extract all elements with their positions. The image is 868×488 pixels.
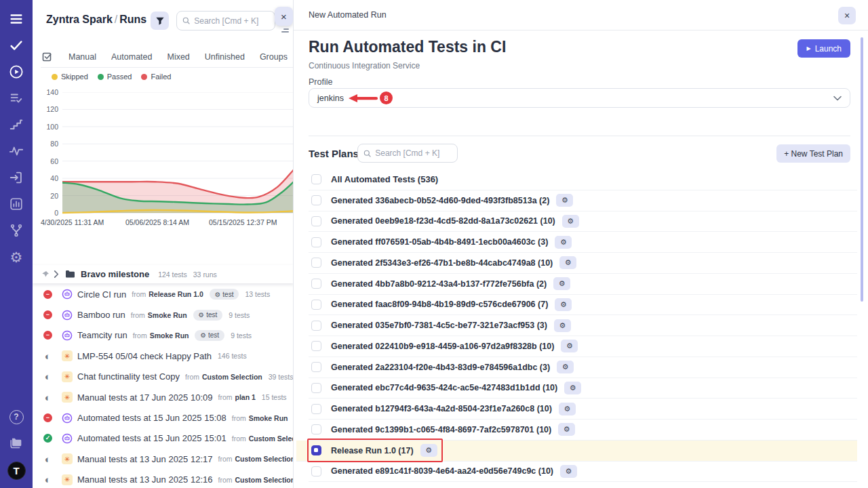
projects-folder-icon[interactable] — [8, 435, 24, 451]
chevron-right-icon[interactable] — [54, 270, 59, 278]
launch-button[interactable]: ▶ Launch — [797, 39, 850, 58]
plan-checkbox[interactable] — [311, 341, 321, 351]
milestone-row[interactable]: Bravo milestone 124 tests 33 runs — [33, 265, 294, 283]
test-plan-row[interactable]: Generated 035e7bf0-7381-4c5c-be77-321e73… — [309, 315, 857, 336]
plan-checkbox[interactable] — [311, 362, 321, 372]
test-plan-row[interactable]: Generated ff076591-05ab-4b4b-8491-1ecb00… — [309, 232, 857, 253]
plan-label: Generated 022410b9-e918-4459-a106-97d2a9… — [331, 342, 554, 351]
profile-select[interactable]: jenkins — [309, 88, 850, 108]
plan-label: Generated 336abecb-0b52-4d60-9ded-493f3f… — [331, 196, 549, 205]
plan-checkbox[interactable] — [311, 383, 321, 393]
filter-button[interactable] — [151, 12, 169, 30]
plan-checkbox[interactable] — [311, 279, 321, 289]
run-row[interactable]: ✓ Automated tests at 15 Jun 2025 15:01 f… — [33, 428, 294, 449]
test-plans-title: Test Plans — [309, 148, 359, 159]
launch-label: Launch — [815, 44, 842, 54]
plan-checkbox[interactable] — [311, 466, 321, 476]
test-plan-row[interactable]: Release Run 1.0 (17) ⚙ — [296, 441, 857, 462]
plan-settings-button[interactable]: ⚙ — [558, 423, 575, 436]
breadcrumb-project[interactable]: Zyntra Spark — [46, 14, 113, 25]
analytics-icon[interactable] — [8, 196, 24, 212]
menu-icon[interactable] — [8, 11, 24, 27]
modal-close-button[interactable]: × — [838, 7, 856, 24]
plan-settings-button[interactable]: ⚙ — [555, 236, 572, 249]
plan-settings-button[interactable]: ⚙ — [557, 361, 574, 373]
plan-checkbox[interactable] — [311, 174, 321, 184]
test-plan-row[interactable]: Generated faac8f09-94b8-4b19-89d9-c576cd… — [309, 295, 857, 316]
runs-search-input[interactable] — [194, 16, 269, 26]
runs-play-icon[interactable] — [8, 64, 24, 80]
manual-run-icon: ✳ — [62, 371, 73, 382]
settings-gear-icon[interactable]: ⚙ — [8, 249, 24, 265]
test-plans-search-input[interactable] — [375, 148, 452, 158]
run-status-icon: − — [43, 331, 52, 340]
plan-settings-button[interactable]: ⚙ — [561, 340, 578, 352]
plan-settings-button[interactable]: ⚙ — [559, 403, 576, 415]
tab-unfinished[interactable]: Unfinished — [205, 52, 245, 62]
plan-checkbox[interactable] — [311, 300, 321, 310]
plan-settings-button[interactable]: ⚙ — [559, 256, 576, 269]
tab-mixed[interactable]: Mixed — [167, 52, 189, 62]
help-icon[interactable]: ? — [8, 409, 24, 425]
tab-manual[interactable]: Manual — [68, 52, 96, 62]
page-title: Run Automated Tests in CI — [309, 38, 506, 56]
tasks-check-icon[interactable] — [8, 37, 24, 54]
select-all-icon[interactable] — [42, 52, 54, 63]
scrollbar-thumb[interactable] — [861, 37, 863, 302]
run-row[interactable]: ◐ ✳ Manual tests at 13 Jun 2025 12:16 fr… — [33, 470, 294, 488]
plan-settings-button[interactable]: ⚙ — [554, 319, 571, 332]
plan-settings-button[interactable]: ⚙ — [553, 277, 570, 290]
plan-settings-button[interactable]: ⚙ — [556, 194, 573, 207]
modal-title: New Automated Run — [309, 10, 387, 20]
plan-settings-button[interactable]: ⚙ — [564, 382, 581, 394]
play-icon: ▶ — [806, 45, 810, 52]
runs-search[interactable] — [176, 11, 275, 30]
plan-checkbox[interactable] — [311, 445, 321, 455]
test-plan-row[interactable]: All Automated Tests (536) — [309, 169, 857, 190]
legend-label: Passed — [107, 73, 132, 81]
test-plans-search[interactable] — [357, 144, 458, 163]
branches-icon[interactable] — [8, 222, 24, 239]
plan-settings-button[interactable]: ⚙ — [555, 298, 572, 311]
run-row[interactable]: − Bamboo run from Smoke Run ⚙test 9 test… — [33, 304, 294, 325]
run-row[interactable]: ◐ ✳ LMP-554 05/04 check Happy Path 146 t… — [33, 346, 294, 366]
test-plan-row[interactable]: Generated e891c41f-8039-4e64-aa24-e0d56e… — [309, 462, 857, 483]
run-row[interactable]: ◐ ✳ Manual tests at 13 Jun 2025 12:17 fr… — [33, 449, 294, 469]
run-row[interactable]: − Teamcity run from Smoke Run ⚙test 9 te… — [33, 325, 294, 346]
test-plan-row[interactable]: Generated b12794f3-643a-4a2d-8504-23f1e7… — [309, 399, 857, 420]
plan-settings-button[interactable]: ⚙ — [420, 444, 437, 457]
import-icon[interactable] — [8, 169, 24, 186]
run-row[interactable]: ◐ ✳ Manual tests at 17 Jun 2025 10:09 fr… — [33, 387, 294, 407]
checklist-icon[interactable] — [8, 90, 24, 106]
panel-close-button[interactable]: × — [275, 7, 293, 26]
panel-collapse-icon[interactable] — [281, 28, 290, 33]
plan-checkbox[interactable] — [311, 404, 321, 414]
test-plan-row[interactable]: Generated ebc77c4d-9635-424c-ac5e-427483… — [309, 378, 857, 399]
test-plan-row[interactable]: Generated 4bb7a8b0-9212-43a4-b137-f772fe… — [309, 274, 857, 295]
run-row[interactable]: ◐ ✳ Chat functinality test Copy from Cus… — [33, 367, 294, 387]
plan-checkbox[interactable] — [311, 237, 321, 247]
new-test-plan-button[interactable]: + New Test Plan — [776, 144, 850, 163]
run-row[interactable]: − Automated tests at 15 Jun 2025 15:08 f… — [33, 407, 294, 428]
plan-checkbox[interactable] — [311, 258, 321, 268]
y-tick-label: 140 — [33, 88, 58, 96]
tab-groups[interactable]: Groups — [260, 52, 288, 62]
steps-icon[interactable] — [8, 117, 24, 133]
test-plan-row[interactable]: Generated 2f5343e3-ef26-47b1-be8b-44cabc… — [309, 253, 857, 274]
tab-automated[interactable]: Automated — [111, 52, 152, 62]
plan-settings-button[interactable]: ⚙ — [562, 215, 579, 228]
test-plan-row[interactable]: Generated 2a223104-f20e-4b43-83d9-e78459… — [309, 357, 857, 378]
activity-icon[interactable] — [8, 143, 24, 159]
run-tests-count: 9 tests — [231, 331, 252, 340]
test-plan-row[interactable]: Generated 022410b9-e918-4459-a106-97d2a9… — [309, 336, 857, 357]
run-row[interactable]: − Circle CI run from Release Run 1.0 ⚙te… — [33, 284, 294, 304]
plan-checkbox[interactable] — [311, 321, 321, 331]
plan-checkbox[interactable] — [311, 216, 321, 226]
plan-settings-button[interactable]: ⚙ — [560, 465, 577, 478]
test-plan-row[interactable]: Generated 9c1399b1-c065-4f84-8697-7af2c5… — [309, 420, 857, 441]
plan-checkbox[interactable] — [311, 195, 321, 205]
test-plan-row[interactable]: Generated 0eeb9e18-f23d-4cd5-82dd-8a1a73… — [309, 211, 857, 232]
plan-checkbox[interactable] — [311, 424, 321, 434]
test-plan-row[interactable]: Generated 336abecb-0b52-4d60-9ded-493f3f… — [309, 190, 857, 211]
app-logo[interactable]: T — [7, 462, 26, 480]
